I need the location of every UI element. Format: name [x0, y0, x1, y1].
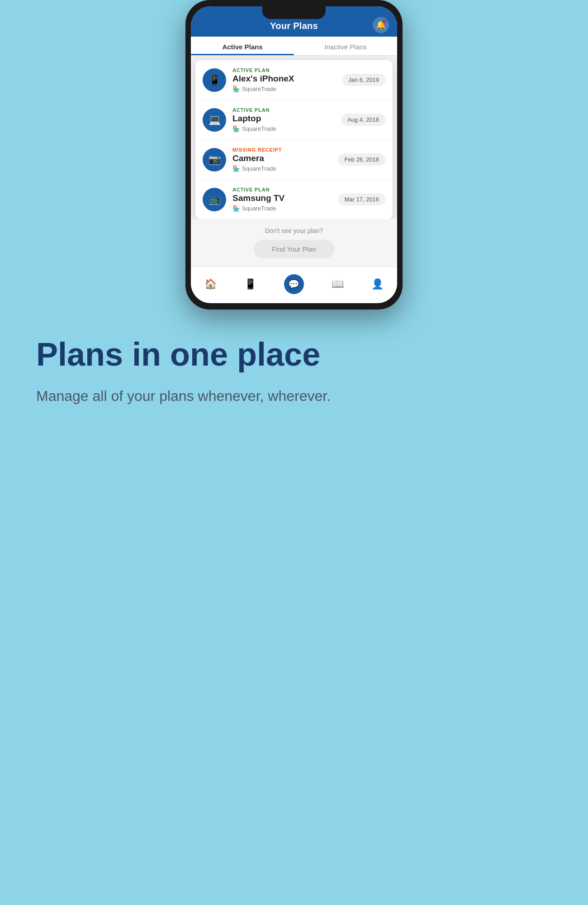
bottom-nav: 🏠 📱 💬 📖 👤: [191, 267, 397, 303]
plan-status-4: ACTIVE PLAN: [232, 187, 333, 192]
nav-item-account[interactable]: 👤: [364, 276, 391, 292]
chat-icon-active: 💬: [284, 274, 304, 294]
home-icon: 🏠: [204, 278, 217, 290]
notification-dot: [382, 19, 386, 24]
notification-bell[interactable]: 🔔: [373, 17, 389, 33]
plan-provider-2: 🏪 SquareTrade: [232, 125, 337, 132]
dont-see-text: Don't see your plan?: [200, 227, 388, 234]
plan-status-1: ACTIVE PLAN: [232, 67, 337, 73]
plan-item[interactable]: 📱 ACTIVE PLAN Alex's iPhoneX 🏪 SquareTra…: [195, 60, 393, 100]
plan-provider-3: 🏪 SquareTrade: [232, 165, 333, 172]
plan-status-3: MISSING RECEIPT: [232, 147, 333, 152]
headline-title: Plans in one place: [36, 337, 552, 372]
guide-icon: 📖: [332, 278, 344, 290]
plan-item[interactable]: 📷 MISSING RECEIPT Camera 🏪 SquareTrade F…: [195, 140, 393, 180]
plan-status-2: ACTIVE PLAN: [232, 107, 337, 113]
plan-date-4: Mar 17, 2016: [338, 193, 385, 205]
nav-item-devices[interactable]: 📱: [237, 276, 264, 292]
plan-details-2: ACTIVE PLAN Laptop 🏪 SquareTrade: [232, 107, 337, 132]
plan-icon-phone: 📱: [203, 68, 226, 92]
devices-icon: 📱: [244, 278, 256, 290]
app-header-title: Your Plans: [270, 21, 318, 31]
find-plan-button[interactable]: Find Your Plan: [254, 240, 334, 258]
phone-notch: [262, 6, 326, 19]
plan-provider-4: 🏪 SquareTrade: [232, 205, 333, 212]
account-icon: 👤: [371, 278, 384, 290]
nav-item-chat[interactable]: 💬: [277, 272, 311, 296]
plan-name-4: Samsung TV: [232, 193, 333, 203]
plan-name-3: Camera: [232, 153, 333, 163]
plan-provider-1: 🏪 SquareTrade: [232, 86, 337, 92]
provider-icon-4: 🏪: [232, 205, 240, 212]
nav-item-home[interactable]: 🏠: [197, 276, 224, 292]
plan-details-1: ACTIVE PLAN Alex's iPhoneX 🏪 SquareTrade: [232, 67, 337, 92]
phone-wrapper: Your Plans 🔔 Active Plans Inactive Plans: [176, 0, 412, 310]
plan-icon-laptop: 💻: [203, 108, 226, 132]
plan-date-3: Feb 28, 2018: [338, 153, 385, 166]
bottom-text-section: Plans in one place Manage all of your pl…: [0, 310, 588, 433]
phone-screen: Your Plans 🔔 Active Plans Inactive Plans: [191, 6, 397, 303]
plan-item[interactable]: 📺 ACTIVE PLAN Samsung TV 🏪 SquareTrade M…: [195, 180, 393, 219]
find-plan-section: Don't see your plan? Find Your Plan: [191, 219, 397, 267]
plan-name-1: Alex's iPhoneX: [232, 74, 337, 84]
plan-item[interactable]: 💻 ACTIVE PLAN Laptop 🏪 SquareTrade Aug 4…: [195, 100, 393, 140]
plan-icon-camera: 📷: [203, 148, 226, 171]
tab-active-plans[interactable]: Active Plans: [191, 37, 294, 55]
provider-icon-2: 🏪: [232, 125, 240, 132]
phone-body: Your Plans 🔔 Active Plans Inactive Plans: [185, 0, 403, 310]
nav-item-guide[interactable]: 📖: [324, 276, 351, 292]
plan-details-3: MISSING RECEIPT Camera 🏪 SquareTrade: [232, 147, 333, 172]
headline-subtitle: Manage all of your plans whenever, where…: [36, 386, 552, 406]
provider-icon-3: 🏪: [232, 165, 240, 172]
provider-icon-1: 🏪: [232, 86, 240, 92]
plan-details-4: ACTIVE PLAN Samsung TV 🏪 SquareTrade: [232, 187, 333, 212]
tab-inactive-plans[interactable]: Inactive Plans: [294, 37, 397, 55]
plan-name-2: Laptop: [232, 114, 337, 124]
plan-icon-tv: 📺: [203, 188, 226, 211]
plan-date-2: Aug 4, 2018: [341, 114, 385, 126]
plan-date-1: Jan 6, 2019: [342, 74, 385, 86]
plans-card: 📱 ACTIVE PLAN Alex's iPhoneX 🏪 SquareTra…: [195, 60, 393, 219]
tabs-bar: Active Plans Inactive Plans: [191, 37, 397, 56]
